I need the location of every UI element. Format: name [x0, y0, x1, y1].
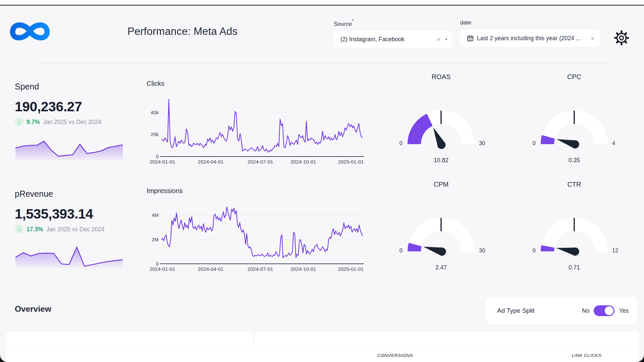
- overview-section-title: Overview: [15, 304, 51, 314]
- svg-text:2M: 2M: [152, 237, 159, 242]
- kpi-prevenue-value: 1,535,393.14: [15, 206, 125, 222]
- table-header-link-clicks: LINK CLICKS: [572, 353, 601, 358]
- gauge-cpc-max: 4: [612, 140, 632, 146]
- date-filter-label: date: [460, 19, 600, 26]
- x-tick-label: 2025-01-01: [338, 159, 364, 165]
- gauge-roas-min: 0: [386, 140, 402, 146]
- kpi-spend-delta-note: Jan 2025 vs Dec 2024: [43, 119, 101, 126]
- source-select[interactable]: (2) Instagram, Facebook × ▾: [334, 31, 452, 48]
- impressions-chart-xaxis: 2024-01-012024-04-012024-07-012024-10-01…: [161, 266, 364, 274]
- ad-type-split-label: Ad Type Split: [497, 307, 582, 314]
- kpi-spend: Spend 190,236.27 ↑ 9.7% Jan 2025 vs Dec …: [15, 82, 125, 161]
- source-filter-label: Source*: [334, 19, 452, 27]
- meta-logo-icon: [9, 17, 50, 46]
- ad-type-split-card: Ad Type Split No Yes: [486, 298, 637, 324]
- dashboard-page: Performance: Meta Ads Source* (2) Instag…: [0, 0, 644, 362]
- x-tick-label: 2024-01-01: [150, 159, 175, 165]
- gauge-ctr-max: 12: [612, 247, 632, 254]
- kpi-prevenue-label: pRevenue: [15, 189, 125, 199]
- settings-gear-icon[interactable]: [613, 29, 630, 48]
- x-tick-label: 2024-07-01: [248, 159, 273, 165]
- gauge-cpc: [527, 102, 621, 153]
- kpi-prevenue-delta: 17.3%: [26, 226, 43, 233]
- svg-text:40k: 40k: [151, 110, 159, 115]
- date-select[interactable]: Last 2 years including this year (2024 .…: [460, 29, 600, 47]
- x-tick-label: 2024-10-01: [290, 266, 316, 272]
- gauge-roas: [394, 102, 488, 153]
- source-select-value: (2) Instagram, Facebook: [340, 36, 433, 43]
- gauge-cpm-max: 30: [479, 247, 499, 254]
- table-header-conversions: CONVERSIONS: [377, 353, 413, 358]
- gauge-ctr-title: CTR: [541, 181, 608, 188]
- date-clear-icon[interactable]: ×: [591, 35, 594, 42]
- overview-right-panel: [255, 332, 639, 347]
- gauge-cpm-title: CPM: [408, 181, 475, 188]
- header-divider: [35, 63, 610, 64]
- x-tick-label: 2024-01-01: [150, 266, 175, 272]
- spend-sparkline: [15, 136, 123, 161]
- impressions-chart: Impressions 02M4M 2024-01-012024-04-0120…: [147, 187, 368, 274]
- svg-text:0: 0: [156, 154, 159, 159]
- overview-left-panel: [6, 332, 253, 347]
- gauge-cpm-value: 2.47: [414, 264, 468, 271]
- kpi-prevenue-delta-note: Jan 2025 vs Dec 2024: [46, 226, 105, 233]
- impressions-chart-title: Impressions: [147, 187, 368, 195]
- x-tick-label: 2024-04-01: [198, 266, 224, 272]
- kpi-prevenue: pRevenue 1,535,393.14 ↑ 17.3% Jan 2025 v…: [15, 189, 125, 268]
- date-filter-group: date Last 2 years including this year (2…: [460, 19, 600, 47]
- arrow-up-icon: ↑: [15, 118, 23, 126]
- gauge-ctr-value: 0.71: [547, 264, 601, 271]
- prevenue-sparkline: [15, 243, 123, 268]
- kpi-spend-label: Spend: [15, 82, 125, 92]
- gauge-roas-title: ROAS: [408, 73, 475, 81]
- svg-text:20k: 20k: [151, 131, 159, 137]
- source-filter-group: Source* (2) Instagram, Facebook × ▾: [334, 19, 452, 48]
- clicks-chart-title: Clicks: [147, 80, 368, 87]
- gauge-cpm-min: 0: [386, 247, 402, 254]
- x-tick-label: 2024-07-01: [248, 266, 273, 272]
- overview-table: CONVERSIONS LINK CLICKS: [6, 348, 639, 362]
- source-clear-icon[interactable]: ×: [437, 36, 440, 43]
- clicks-chart-xaxis: 2024-01-012024-04-012024-07-012024-10-01…: [161, 159, 364, 166]
- gauge-cpc-value: 0.35: [547, 157, 601, 164]
- window-top-strip: [0, 0, 644, 5]
- gauge-cpm: [394, 209, 488, 260]
- svg-text:0: 0: [156, 261, 159, 266]
- gauge-cpc-min: 0: [519, 140, 536, 146]
- clicks-chart-plot: 020k40k: [147, 90, 368, 161]
- kpi-spend-value: 190,236.27: [15, 99, 125, 115]
- gauge-roas-max: 30: [479, 140, 499, 146]
- toggle-off-label: No: [582, 307, 589, 314]
- x-tick-label: 2025-01-01: [338, 266, 364, 272]
- gauge-ctr-min: 0: [519, 247, 536, 254]
- calendar-icon: [467, 35, 474, 42]
- x-tick-label: 2024-04-01: [198, 159, 224, 165]
- x-tick-label: 2024-10-01: [290, 159, 316, 165]
- svg-text:4M: 4M: [152, 212, 159, 218]
- arrow-up-icon: ↑: [15, 225, 23, 234]
- gauge-roas-value: 10.82: [414, 157, 468, 164]
- date-select-value: Last 2 years including this year (2024 .…: [477, 35, 587, 42]
- page-title: Performance: Meta Ads: [127, 25, 237, 38]
- clicks-chart: Clicks 020k40k 2024-01-012024-04-012024-…: [147, 80, 368, 167]
- window-top-border: [0, 5, 644, 6]
- kpi-spend-delta: 9.7%: [26, 119, 40, 126]
- required-mark: *: [352, 18, 354, 23]
- gauge-ctr: [527, 209, 621, 260]
- impressions-chart-plot: 02M4M: [147, 198, 368, 268]
- toggle-knob: [605, 306, 613, 315]
- gauge-cpc-title: CPC: [541, 73, 608, 81]
- chevron-down-icon[interactable]: ▾: [445, 37, 447, 42]
- toggle-on-label: Yes: [619, 307, 629, 314]
- ad-type-split-toggle[interactable]: [594, 305, 614, 316]
